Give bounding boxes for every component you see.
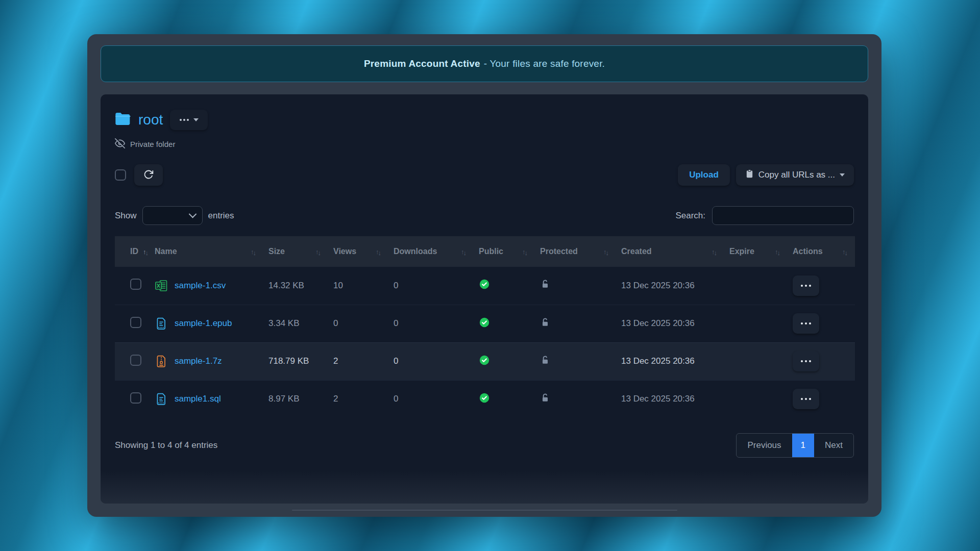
file-link[interactable]: sample1.sql [175,394,221,404]
main-window: Premium Account Active - Your files are … [87,34,881,517]
row-actions-button[interactable] [793,276,819,296]
document-file-icon [155,392,168,406]
unlocked-padlock-icon [540,392,550,404]
check-circle-icon [479,392,490,404]
toolbar: Upload Copy all URLs as ... [115,164,854,186]
file-views: 2 [333,342,394,380]
sort-icon: ↑↓ [775,248,779,256]
premium-banner-message: - Your files are safe forever. [484,58,605,69]
check-circle-icon [479,279,490,290]
entries-label: entries [208,211,234,221]
sort-icon: ↑↓ [376,248,380,256]
sort-icon: ↑↓ [315,248,320,256]
file-created: 13 Dec 2025 20:36 [621,342,729,380]
table-row: sample-1.epub 3.34 KB 0 0 13 Dec 2025 20… [115,305,855,342]
file-created: 13 Dec 2025 20:36 [621,267,729,305]
copy-all-urls-label: Copy all URLs as ... [758,170,835,180]
column-header-public[interactable]: Public↑↓ [479,236,540,267]
file-views: 0 [333,305,394,342]
previous-page-button[interactable]: Previous [737,434,792,457]
unlocked-padlock-icon [540,355,550,366]
file-size: 8.97 KB [268,380,333,418]
file-link[interactable]: sample-1.csv [175,281,226,291]
row-actions-button[interactable] [793,389,819,409]
document-file-icon [155,317,168,330]
column-header-name[interactable]: Name↑↓ [155,236,268,267]
premium-banner: Premium Account Active - Your files are … [101,45,868,82]
folder-header: root [115,110,854,130]
search-label: Search: [675,211,705,221]
column-header-views[interactable]: Views↑↓ [333,236,394,267]
column-header-size[interactable]: Size↑↓ [268,236,333,267]
file-size: 3.34 KB [268,305,333,342]
check-circle-icon [479,317,490,328]
privacy-row: Private folder [115,138,854,150]
row-actions-button[interactable] [793,351,819,371]
upload-button[interactable]: Upload [678,164,730,186]
spreadsheet-file-icon [155,279,168,292]
folder-menu-button[interactable] [170,110,208,130]
file-link[interactable]: sample-1.epub [175,318,232,329]
file-created: 13 Dec 2025 20:36 [621,380,729,418]
sort-icon: ↑↓ [712,248,716,256]
sort-icon: ↑↓ [251,248,255,256]
sort-icon: ↑↓ [842,248,847,256]
table-row: sample-1.csv 14.32 KB 10 0 13 Dec 2025 2… [115,267,855,305]
file-link[interactable]: sample-1.7z [175,356,222,366]
file-expire [729,305,793,342]
row-checkbox[interactable] [130,317,141,328]
column-header-actions[interactable]: Actions↑↓ [793,236,855,267]
file-downloads: 0 [394,380,479,418]
file-downloads: 0 [394,342,479,380]
folder-panel: root Private folder Upload [101,94,868,504]
unlocked-padlock-icon [540,317,550,328]
row-checkbox[interactable] [130,392,141,404]
sort-icon: ↑↓ [461,248,465,256]
column-header-expire[interactable]: Expire↑↓ [729,236,793,267]
entries-summary: Showing 1 to 4 of 4 entries [115,440,217,450]
pagination: Previous 1 Next [736,433,854,458]
chevron-down-icon [193,118,199,121]
row-checkbox[interactable] [130,279,141,290]
folder-title: root [138,112,163,128]
file-expire [729,342,793,380]
search-input[interactable] [712,206,854,225]
table-controls: Show entries Search: [115,206,854,225]
table-footer: Showing 1 to 4 of 4 entries Previous 1 N… [115,433,854,458]
column-header-id[interactable]: ID↑↓ [115,236,155,267]
check-circle-icon [479,355,490,366]
column-header-protected[interactable]: Protected↑↓ [540,236,621,267]
refresh-icon [143,169,154,181]
file-views: 10 [333,267,394,305]
files-table: ID↑↓ Name↑↓ Size↑↓ Views↑↓ Downloads↑↓ P… [115,236,855,418]
next-page-button[interactable]: Next [814,434,853,457]
clipboard-icon [745,169,754,181]
unlocked-padlock-icon [540,279,550,290]
bottom-divider [292,510,677,511]
table-row: sample1.sql 8.97 KB 2 0 13 Dec 2025 20:3… [115,380,855,418]
file-views: 2 [333,380,394,418]
file-expire [729,267,793,305]
sort-icon: ↑↓ [143,248,148,256]
chevron-down-icon [840,173,845,177]
eye-off-icon [115,138,125,150]
file-size: 718.79 KB [268,342,333,380]
current-page-button[interactable]: 1 [792,434,814,457]
copy-all-urls-button[interactable]: Copy all URLs as ... [736,164,854,186]
refresh-button[interactable] [134,164,163,186]
file-expire [729,380,793,418]
folder-icon [115,112,131,128]
archive-file-icon [155,355,168,368]
row-checkbox[interactable] [130,355,141,366]
column-header-downloads[interactable]: Downloads↑↓ [394,236,479,267]
table-header-row: ID↑↓ Name↑↓ Size↑↓ Views↑↓ Downloads↑↓ P… [115,236,855,267]
chevron-down-icon [188,210,197,218]
row-actions-button[interactable] [793,313,819,334]
table-row: sample-1.7z 718.79 KB 2 0 13 Dec 2025 20… [115,342,855,380]
column-header-created[interactable]: Created↑↓ [621,236,729,267]
file-downloads: 0 [394,267,479,305]
select-all-checkbox[interactable] [115,169,126,181]
privacy-label: Private folder [130,140,175,148]
file-size: 14.32 KB [268,267,333,305]
page-size-select[interactable] [142,206,203,225]
